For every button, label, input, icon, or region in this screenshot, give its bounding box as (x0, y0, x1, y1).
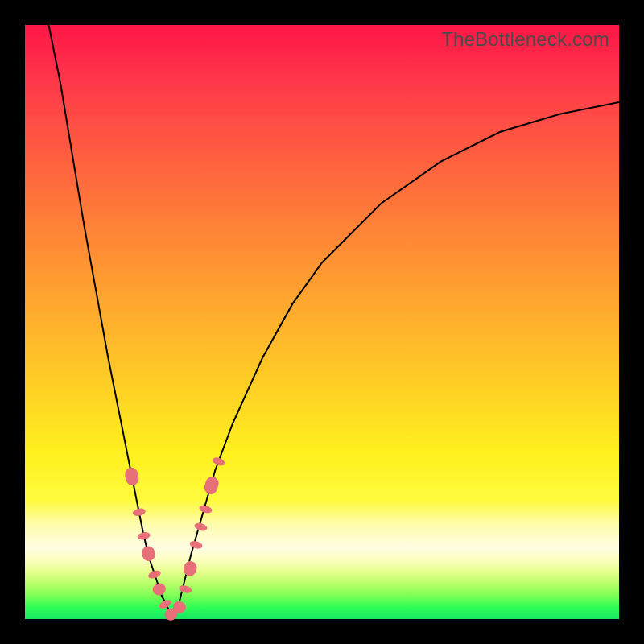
svg-rect-4 (147, 569, 162, 580)
bead (178, 584, 192, 595)
chart-frame: TheBottleneck.com (0, 0, 644, 644)
bead (132, 507, 147, 517)
svg-rect-14 (203, 475, 221, 496)
svg-rect-5 (151, 582, 167, 597)
bead (189, 539, 204, 550)
bead (211, 456, 225, 467)
svg-rect-10 (182, 559, 198, 577)
svg-rect-11 (189, 539, 204, 550)
curve-layer (49, 25, 620, 619)
bead (203, 475, 221, 496)
svg-rect-2 (137, 531, 151, 541)
bead (124, 466, 140, 486)
bead (182, 559, 198, 577)
curve-right-curve (174, 102, 620, 619)
bead (147, 569, 162, 580)
svg-rect-9 (178, 584, 192, 595)
svg-rect-1 (132, 507, 147, 517)
svg-rect-3 (140, 545, 156, 563)
bead (151, 582, 167, 597)
bead (198, 504, 213, 514)
plot-area: TheBottleneck.com (25, 25, 619, 619)
curve-left-curve (49, 25, 174, 619)
bead (140, 545, 156, 563)
svg-rect-0 (124, 466, 140, 486)
svg-rect-12 (193, 522, 208, 532)
curves-svg (25, 25, 619, 619)
bead (137, 531, 151, 541)
bead-layer (124, 456, 226, 622)
svg-rect-15 (211, 456, 225, 467)
svg-rect-13 (198, 504, 213, 514)
bead (193, 522, 208, 532)
